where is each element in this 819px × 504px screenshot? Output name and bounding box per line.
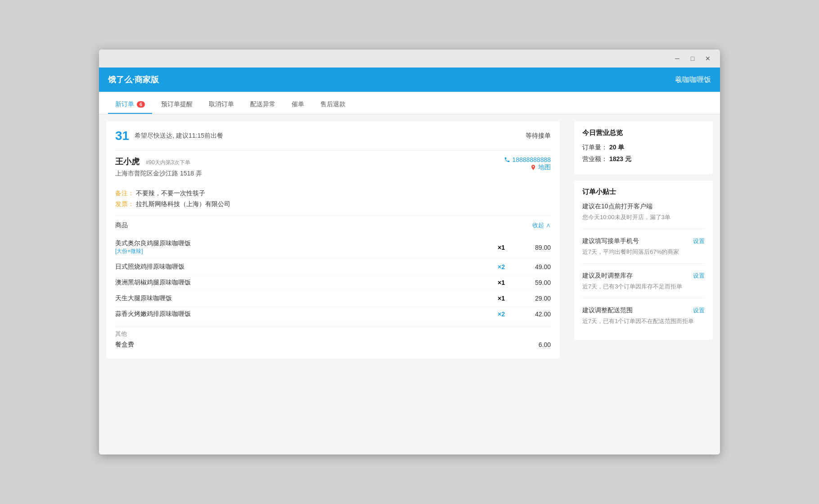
customer-section: 王小虎 #90天内第3次下单 上海市普陀区金沙江路 1518 弄 1888888…: [115, 150, 551, 183]
goods-price-3: 29.00: [515, 295, 551, 302]
customer-sub-info: #90天内第3次下单: [146, 159, 190, 166]
remark-invoice-label: 发票：: [115, 200, 134, 207]
order-status: 等待接单: [526, 132, 551, 140]
map-label: 地图: [538, 163, 551, 171]
order-count-line: 订单量： 20 单: [582, 144, 705, 152]
tips-action-3[interactable]: 设置: [693, 306, 705, 315]
tips-main-2: 建议及时调整库存: [582, 272, 633, 280]
tips-header-0: 建议在10点前打开客户端: [582, 202, 705, 211]
goods-qty-2: ×1: [488, 279, 515, 286]
tips-title: 订单小贴士: [582, 188, 705, 196]
order-number: 31: [115, 129, 129, 143]
tips-desc-3: 近7天，已有1个订单因不在配送范围而拒单: [582, 317, 705, 325]
goods-name-2: 澳洲黑胡椒鸡腿原味咖喱饭: [115, 279, 488, 287]
tab-urge[interactable]: 催单: [284, 96, 311, 114]
customer-name: 王小虎: [115, 156, 140, 167]
extra-price-0: 6.00: [515, 341, 551, 348]
window-controls: ─ □ ✕: [670, 52, 715, 65]
tips-header-2: 建议及时调整库存 设置: [582, 272, 705, 280]
tab-new-order-label: 新订单: [115, 100, 134, 108]
map-pin-icon: [530, 164, 536, 171]
app-header: 饿了么·商家版 羲咖咖喱饭: [99, 68, 720, 92]
store-name: 羲咖咖喱饭: [675, 75, 711, 85]
tab-delivery-error-label: 配送异常: [250, 100, 275, 108]
tab-after-sale[interactable]: 售后退款: [313, 96, 353, 114]
goods-price-2: 59.00: [515, 279, 551, 286]
tips-desc-0: 您今天10:00未及时开店，漏了3单: [582, 213, 705, 221]
remark-note-label: 备注：: [115, 189, 134, 197]
goods-item-1: 日式照烧鸡排原味咖喱饭 ×2 49.00: [115, 259, 551, 275]
goods-price-1: 49.00: [515, 263, 551, 270]
tips-main-1: 建议填写接单手机号: [582, 237, 639, 245]
tab-cancel-order-label: 取消订单: [209, 100, 234, 108]
main-panel: 31 希望尽快送达, 建议11:15前出餐 等待接单 王小虎 #90天内第3次下…: [99, 114, 567, 454]
minimize-button[interactable]: ─: [670, 52, 684, 65]
order-note: 希望尽快送达, 建议11:15前出餐: [135, 132, 223, 140]
tab-cancel-order[interactable]: 取消订单: [202, 96, 241, 114]
tab-new-order[interactable]: 新订单 6: [108, 96, 152, 114]
tips-desc-1: 近7天，平均出餐时间落后67%的商家: [582, 248, 705, 256]
goods-name-1: 日式照烧鸡排原味咖喱饭: [115, 263, 488, 271]
tips-item-2: 建议及时调整库存 设置 近7天，已有3个订单因库存不足而拒单: [582, 272, 705, 298]
tips-item-1: 建议填写接单手机号 设置 近7天，平均出餐时间落后67%的商家: [582, 237, 705, 264]
close-button[interactable]: ✕: [701, 52, 715, 65]
remark-invoice: 发票： 拉扎斯网络科技（上海）有限公司: [115, 200, 551, 208]
goods-section: 商品 收起 ∧ 美式奥尔良鸡腿原味咖喱饭 [大份+微辣] ×1 89.00: [115, 216, 551, 351]
tips-header-1: 建议填写接单手机号 设置: [582, 237, 705, 245]
extra-name-0: 餐盒费: [115, 341, 515, 349]
customer-address: 上海市普陀区金沙江路 1518 弄: [115, 170, 202, 178]
goods-qty-0: ×1: [488, 244, 515, 251]
goods-qty-3: ×1: [488, 295, 515, 302]
goods-item-4: 蒜香火烤嫩鸡排原味咖喱饭 ×2 42.00: [115, 306, 551, 322]
customer-phone[interactable]: 18888888888: [504, 156, 551, 163]
collapse-button[interactable]: 收起 ∧: [532, 221, 551, 230]
order-count-label: 订单量：: [582, 144, 608, 151]
remark-note: 备注： 不要辣，不要一次性筷子: [115, 189, 551, 198]
goods-section-title: 商品: [115, 221, 128, 230]
tips-main-0: 建议在10点前打开客户端: [582, 202, 652, 211]
customer-row: 王小虎 #90天内第3次下单 上海市普陀区金沙江路 1518 弄 1888888…: [115, 156, 551, 178]
tips-main-3: 建议调整配送范围: [582, 306, 633, 315]
map-link[interactable]: 地图: [504, 163, 551, 171]
tab-delivery-error[interactable]: 配送异常: [243, 96, 283, 114]
goods-item-2: 澳洲黑胡椒鸡腿原味咖喱饭 ×1 59.00: [115, 275, 551, 291]
today-stats-card: 今日营业总览 订单量： 20 单 营业额： 1823 元: [574, 122, 713, 174]
remark-invoice-text: 拉扎斯网络科技（上海）有限公司: [136, 200, 230, 207]
tips-action-2[interactable]: 设置: [693, 272, 705, 280]
tips-card: 订单小贴士 建议在10点前打开客户端 您今天10:00未及时开店，漏了3单 建议…: [574, 180, 713, 340]
tab-urge-label: 催单: [292, 100, 304, 108]
tips-item-3: 建议调整配送范围 设置 近7天，已有1个订单因不在配送范围而拒单: [582, 306, 705, 333]
tab-new-order-badge: 6: [137, 101, 145, 108]
remark-note-text: 不要辣，不要一次性筷子: [136, 189, 205, 197]
goods-item-3: 天生大腿原味咖喱饭 ×1 29.00: [115, 291, 551, 306]
tips-desc-2: 近7天，已有3个订单因库存不足而拒单: [582, 283, 705, 291]
customer-contact: 18888888888 地图: [504, 156, 551, 171]
phone-number: 18888888888: [512, 156, 551, 163]
header-left: 饿了么·商家版: [108, 74, 159, 85]
order-count-value: 20 单: [609, 144, 624, 151]
customer-left: 王小虎 #90天内第3次下单 上海市普陀区金沙江路 1518 弄: [115, 156, 202, 178]
goods-tag-0: [大份+微辣]: [115, 248, 488, 255]
goods-name-4: 蒜香火烤嫩鸡排原味咖喱饭: [115, 310, 488, 318]
goods-qty-1: ×2: [488, 263, 515, 270]
goods-qty-4: ×2: [488, 310, 515, 318]
goods-name-0: 美式奥尔良鸡腿原味咖喱饭 [大份+微辣]: [115, 239, 488, 255]
goods-header: 商品 收起 ∧: [115, 221, 551, 230]
goods-item-0: 美式奥尔良鸡腿原味咖喱饭 [大份+微辣] ×1 89.00: [115, 236, 551, 259]
maximize-button[interactable]: □: [686, 52, 699, 65]
tab-pre-order[interactable]: 预订单提醒: [154, 96, 200, 114]
tab-after-sale-label: 售后退款: [320, 100, 346, 108]
goods-other-label: 其他: [115, 327, 551, 338]
tips-action-1[interactable]: 设置: [693, 237, 705, 245]
goods-extra-0: 餐盒费 6.00: [115, 338, 551, 351]
revenue-value: 1823 元: [609, 155, 631, 162]
goods-price-4: 42.00: [515, 310, 551, 318]
revenue-label: 营业额：: [582, 155, 608, 162]
order-card: 31 希望尽快送达, 建议11:15前出餐 等待接单 王小虎 #90天内第3次下…: [106, 122, 560, 359]
goods-name-3: 天生大腿原味咖喱饭: [115, 294, 488, 302]
phone-icon: [504, 157, 510, 163]
app-window: ─ □ ✕ 饿了么·商家版 羲咖咖喱饭 新订单 6 预订单提醒 取消订单 配送异…: [99, 50, 720, 454]
right-panel: 今日营业总览 订单量： 20 单 营业额： 1823 元 订单小贴士 建议在10…: [567, 114, 720, 454]
main-content: 31 希望尽快送达, 建议11:15前出餐 等待接单 王小虎 #90天内第3次下…: [99, 114, 720, 454]
today-stats-title: 今日营业总览: [582, 129, 705, 137]
